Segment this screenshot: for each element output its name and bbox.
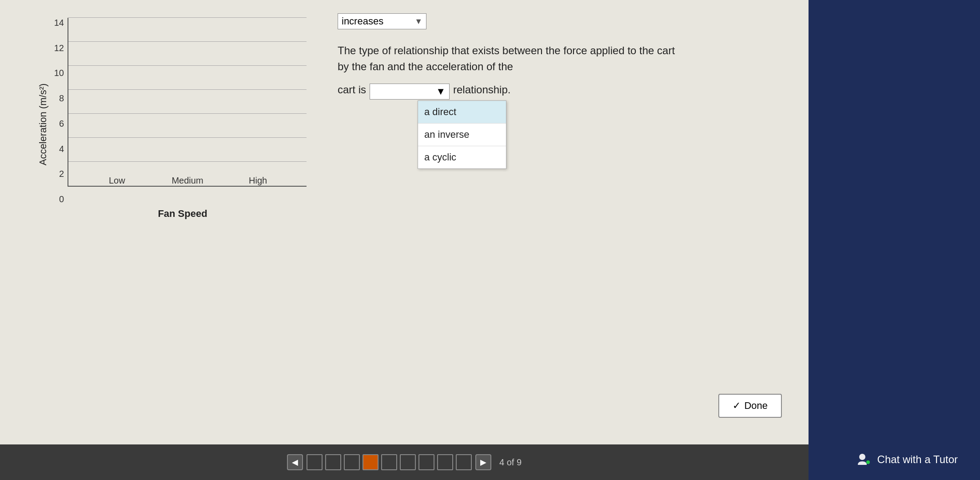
chart-inner: 02468101214 LowMediumHigh: [49, 18, 307, 204]
increases-arrow: ▼: [414, 17, 422, 26]
option-a-direct[interactable]: a direct: [418, 101, 506, 124]
question-text: The type of relationship that exists bet…: [338, 43, 675, 75]
y-tick: 4: [59, 144, 64, 154]
bars-container: LowMediumHigh: [68, 18, 307, 186]
y-axis-ticks: 02468101214: [49, 18, 67, 204]
page-square-9[interactable]: [456, 454, 472, 470]
svg-point-1: [866, 460, 870, 464]
dropdown-open: a direct an inverse a cyclic: [418, 100, 506, 169]
cart-is-text: cart is: [338, 84, 366, 96]
chat-tutor-label: Chat with a Tutor: [877, 453, 958, 466]
bar-group: Low: [95, 172, 139, 186]
bar-x-label: Medium: [171, 176, 203, 186]
bar-group: High: [236, 172, 280, 186]
bottom-bar: ◀ ▶ 4 of 9: [0, 444, 809, 480]
question-text-span: The type of relationship that exists bet…: [338, 44, 675, 72]
page-square-4[interactable]: [363, 454, 378, 470]
page-square-5[interactable]: [381, 454, 397, 470]
page-square-2[interactable]: [325, 454, 341, 470]
done-checkmark: ✓: [733, 400, 741, 412]
chat-tutor-button[interactable]: Chat with a Tutor: [843, 444, 971, 476]
page-square-3[interactable]: [344, 454, 360, 470]
option-an-inverse[interactable]: an inverse: [418, 124, 506, 146]
x-axis-label: Fan Speed: [45, 208, 320, 220]
top-dropdown-container: increases ▼: [338, 13, 791, 29]
prev-arrow: ◀: [292, 457, 298, 467]
page-square-8[interactable]: [437, 454, 453, 470]
y-axis-label: Acceleration (m/s²): [37, 84, 49, 166]
tutor-icon: [856, 452, 872, 468]
increases-select[interactable]: increases ▼: [338, 13, 426, 29]
page-square-1[interactable]: [307, 454, 323, 470]
next-arrow: ▶: [480, 457, 486, 467]
chart-plot: LowMediumHigh: [68, 18, 307, 187]
relationship-suffix: relationship.: [453, 84, 510, 96]
page-indicator: 4 of 9: [499, 457, 522, 468]
dropdown-row: cart is ▼ relationship. a direct an inve…: [338, 84, 791, 100]
done-label: Done: [744, 400, 768, 412]
bar-group: Medium: [165, 172, 210, 186]
page-squares: [307, 454, 472, 470]
done-button[interactable]: ✓ Done: [718, 394, 782, 418]
right-sidebar: [809, 0, 980, 480]
option-a-cyclic[interactable]: a cyclic: [418, 146, 506, 168]
y-tick: 12: [54, 43, 64, 53]
y-tick: 10: [54, 68, 64, 78]
y-tick: 0: [59, 194, 64, 204]
relationship-arrow: ▼: [436, 86, 446, 97]
y-tick: 8: [59, 93, 64, 104]
relationship-value: [374, 86, 376, 97]
prev-button[interactable]: ◀: [287, 454, 303, 470]
bar-x-label: Low: [109, 176, 125, 186]
chart-area: Acceleration (m/s²) 02468101214 LowMediu…: [27, 18, 320, 231]
increases-value: increases: [342, 16, 383, 27]
page-square-7[interactable]: [418, 454, 434, 470]
bar-x-label: High: [249, 176, 267, 186]
question-area: increases ▼ The type of relationship tha…: [320, 0, 809, 444]
next-button[interactable]: ▶: [475, 454, 491, 470]
relationship-select[interactable]: ▼: [370, 84, 450, 100]
y-tick: 2: [59, 169, 64, 179]
y-tick: 14: [54, 18, 64, 28]
svg-point-0: [859, 454, 865, 460]
y-tick: 6: [59, 119, 64, 129]
page-square-6[interactable]: [400, 454, 416, 470]
main-content: Acceleration (m/s²) 02468101214 LowMediu…: [0, 0, 809, 444]
